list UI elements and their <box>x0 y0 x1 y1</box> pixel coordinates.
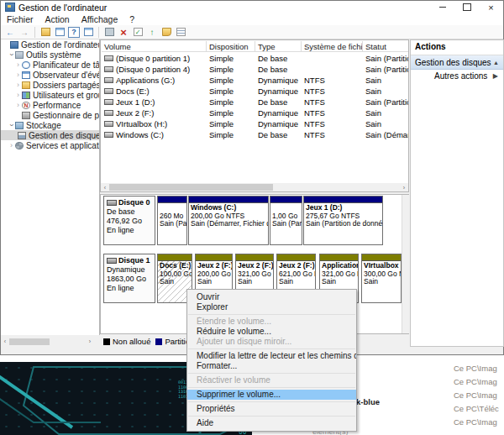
tree-item-label: Stockage <box>26 121 61 130</box>
partition-recovery[interactable]: 1,00 Go Sain (Partitio <box>270 196 302 245</box>
column-header-filesystem[interactable]: Système de fichiers <box>302 41 363 52</box>
volume-table-row[interactable]: (Disque 0 partition 4)SimpleDe baseSain … <box>102 64 408 75</box>
tree-item-local-users-groups[interactable]: › Utilisateurs et groupes l <box>1 90 99 100</box>
explorer-filename-fragment: k-blue <box>356 397 380 406</box>
actions-more-actions[interactable]: Autres actions ▶ <box>411 70 503 82</box>
toolbar-separator <box>34 27 35 38</box>
submenu-arrow-icon: ▶ <box>493 72 498 80</box>
partition-efi[interactable]: 260 Mo Sain (Part <box>157 196 187 245</box>
menu-fichier[interactable]: Fichier <box>1 14 39 24</box>
column-header-volume[interactable]: Volume <box>102 41 207 52</box>
volume-table-row[interactable]: Jeux 2 (F:)SimpleDynamiqueNTFSSain <box>102 107 408 118</box>
menu-item-explorer[interactable]: Explorer <box>187 302 356 312</box>
menu-item-aide[interactable]: Aide <box>187 418 356 428</box>
tree-item-shared-folders[interactable]: › Dossiers partagés <box>1 80 99 90</box>
actions-group-disk-management[interactable]: Gestion des disques ▲ <box>411 55 503 70</box>
scroll-right-icon[interactable]: › <box>86 338 94 344</box>
console-window2-icon[interactable] <box>82 27 94 38</box>
volume-table-row[interactable]: (Disque 0 partition 1)SimpleDe baseSain … <box>102 53 408 64</box>
column-header-type[interactable]: Type <box>255 41 302 52</box>
tree-hscrollbar[interactable]: ‹ › <box>1 337 94 346</box>
menu-help[interactable]: ? <box>123 14 140 24</box>
volume-cell-volume: Applications (G:) <box>102 75 207 86</box>
partition-windows-c[interactable]: Windows (C:) 200,00 Go NTFS Sain (Démarr… <box>188 196 269 245</box>
volume-table-row[interactable]: Jeux 1 (D:)SimpleDe baseNTFSSain (Partit… <box>102 97 408 107</box>
menu-item-formater[interactable]: Formater... <box>187 361 356 371</box>
disk-pane-vscrollbar[interactable] <box>402 195 410 333</box>
tree-item-system-tools[interactable]: › Outils système <box>1 50 99 60</box>
tree-item-device-manager[interactable]: Gestionnaire de périphé <box>1 110 99 120</box>
disk-type: De base <box>107 207 152 217</box>
screen-icon[interactable] <box>103 27 115 38</box>
volume-cell-disposition: Simple <box>207 129 255 140</box>
help-icon[interactable]: ? <box>68 27 80 38</box>
search-folder-icon[interactable] <box>160 27 172 38</box>
menu-item-ouvrir[interactable]: Ouvrir <box>187 292 356 302</box>
volume-icon <box>104 77 113 83</box>
volume-cell-fs: NTFS <box>302 118 363 129</box>
tree-item-services-applications[interactable]: › Services et applications <box>1 140 99 150</box>
partition-status: Sain <box>279 278 313 286</box>
volume-cell-type: De base <box>255 97 302 107</box>
volume-cell-statut: Sain <box>363 75 408 86</box>
menu-item-proprietes[interactable]: Propriétés <box>187 404 356 414</box>
expander-closed-icon[interactable]: › <box>14 71 22 79</box>
scrollbar-thumb[interactable] <box>109 184 273 191</box>
delete-icon[interactable]: × <box>118 27 129 38</box>
drive-up-icon[interactable]: ↑ <box>146 27 158 38</box>
menu-action[interactable]: Action <box>39 14 76 24</box>
collapse-arrow-icon[interactable]: ▲ <box>493 60 499 66</box>
expander-closed-icon[interactable]: › <box>14 60 22 69</box>
volume-table-row[interactable]: Applications (G:)SimpleDynamiqueNTFSSain <box>102 75 408 86</box>
forward-icon[interactable]: → <box>18 27 30 38</box>
expander-closed-icon[interactable]: › <box>14 91 22 99</box>
volume-cell-type: De base <box>255 53 302 64</box>
volume-table-row[interactable]: Windows (C:)SimpleDe baseNTFSSain (Démar… <box>102 129 408 140</box>
tree-item-storage[interactable]: › Stockage <box>1 120 99 130</box>
partition-virtualbox-h[interactable]: VIrtualbox ( 300,00 Go NT Sain <box>361 254 402 303</box>
menu-item-reduire[interactable]: Réduire le volume... <box>187 327 356 337</box>
partition-status: Sain <box>364 278 399 286</box>
tree-item-performance[interactable]: ›N Performance <box>1 100 99 110</box>
volume-cell-fs: NTFS <box>302 86 363 97</box>
tree-item-disk-management[interactable]: Gestion des disques <box>1 130 99 140</box>
tree-item-event-viewer[interactable]: › Observateur d'événeme <box>1 70 99 80</box>
volume-table-row[interactable]: Docs (E:)SimpleDynamiqueNTFSSain <box>102 86 408 97</box>
column-header-status[interactable]: Statut <box>363 41 408 52</box>
title-bar[interactable]: Gestion de l'ordinateur × <box>1 1 503 13</box>
menu-affichage[interactable]: Affichage <box>76 14 124 24</box>
computer-icon <box>10 41 18 49</box>
disk1-label-box[interactable]: Disque 1 Dynamique 1863,00 Go En ligne <box>103 254 155 303</box>
up-folder-icon[interactable] <box>39 27 51 38</box>
partition-jeux1-d[interactable]: Jeux 1 (D:) 275,67 Go NTFS Sain (Partiti… <box>303 196 383 245</box>
minimize-button[interactable] <box>430 1 454 13</box>
scroll-left-icon[interactable]: ‹ <box>1 338 9 344</box>
volume-list-hscrollbar[interactable]: ‹ › <box>101 183 408 191</box>
tree-item-label: Services et applications <box>26 141 100 150</box>
scrollbar-thumb[interactable] <box>9 338 50 345</box>
partition-status: Sain (Démarrer, Fichier d <box>191 220 266 228</box>
partition-color-bar <box>362 254 401 261</box>
expander-closed-icon[interactable]: › <box>14 81 22 89</box>
console-window-icon[interactable] <box>54 27 66 38</box>
scroll-right-icon[interactable]: › <box>400 185 408 191</box>
menu-item-supprimer-volume[interactable]: Supprimer le volume... <box>187 390 356 400</box>
tree-item-computer-management[interactable]: Gestion de l'ordinateur (local) <box>1 39 99 50</box>
expander-open-icon[interactable]: › <box>8 51 16 59</box>
column-header-disposition[interactable]: Disposition <box>207 41 255 52</box>
tree-item-task-scheduler[interactable]: › Planificateur de tâches <box>1 60 99 70</box>
close-button[interactable]: × <box>479 1 503 13</box>
partition-status: Sain (Partition de donnée <box>306 220 381 228</box>
details-view-icon[interactable] <box>175 27 186 38</box>
volume-cell-volume: Windows (C:) <box>102 129 207 140</box>
scroll-left-icon[interactable]: ‹ <box>101 185 109 191</box>
expander-open-icon[interactable]: › <box>8 122 16 129</box>
expander-closed-icon[interactable]: › <box>8 141 15 149</box>
disk0-label-box[interactable]: Disque 0 De base 476,92 Go En ligne <box>103 196 155 245</box>
menu-item-modifier-lettre[interactable]: Modifier la lettre de lecteur et les che… <box>187 351 356 361</box>
back-icon[interactable]: ← <box>4 27 16 38</box>
volume-table-row[interactable]: VIrtualbox (H:)SimpleDynamiqueNTFSSain <box>102 118 408 129</box>
expander-closed-icon[interactable]: › <box>14 101 22 109</box>
maximize-button[interactable] <box>454 1 479 13</box>
checklist-icon[interactable]: ✓ <box>132 27 144 38</box>
